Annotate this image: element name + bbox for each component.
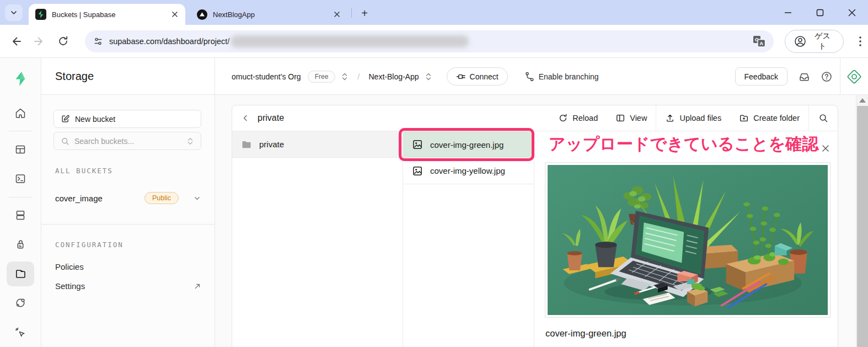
search-buckets-field[interactable] <box>53 132 201 150</box>
tab-title: NextBlogApp <box>213 10 332 19</box>
storage-folder-icon <box>14 268 26 280</box>
connect-button[interactable]: Connect <box>447 67 508 86</box>
policies-label: Policies <box>55 262 84 271</box>
inbox-icon[interactable] <box>799 71 810 82</box>
sidebar-divider <box>41 224 215 225</box>
nav-home[interactable] <box>7 100 34 125</box>
explorer-toolbar: private Reload View Uplo <box>232 105 838 131</box>
reload-label: Reload <box>572 114 598 122</box>
window-close-button[interactable] <box>836 0 868 25</box>
search-buckets-input[interactable] <box>74 137 181 146</box>
site-settings-icon[interactable] <box>93 36 104 47</box>
plug-icon <box>456 72 466 81</box>
table-icon <box>14 143 26 156</box>
all-buckets-heading: ALL BUCKETS <box>55 167 113 175</box>
bucket-visibility-badge: Public <box>144 192 179 204</box>
browser-profile-button[interactable]: ゲスト <box>785 30 844 53</box>
window-minimize-button[interactable] <box>772 0 804 25</box>
new-tab-button[interactable]: + <box>357 6 372 20</box>
search-files-button[interactable] <box>809 105 838 131</box>
explorer-card: private Reload View Uplo <box>232 105 838 347</box>
lock-icon <box>14 238 26 250</box>
header-actions: Feedback <box>735 58 840 95</box>
browser-menu-button[interactable] <box>853 32 868 51</box>
org-plan-badge: Free <box>308 71 336 83</box>
configuration-heading: CONFIGURATION <box>55 241 124 249</box>
bucket-item-cover-image[interactable]: cover_image Public <box>55 190 201 206</box>
browser-window: Buckets | Supabase NextBlogApp + <box>0 0 868 347</box>
external-link-icon <box>194 282 201 290</box>
expand-icon <box>186 137 194 146</box>
nav-sql-editor[interactable] <box>7 166 34 191</box>
rail-divider <box>9 197 32 197</box>
svg-text:A: A <box>759 40 763 46</box>
account-avatar[interactable] <box>840 58 868 95</box>
folder-row-private[interactable]: private <box>232 131 403 158</box>
file-row-cover-img-yellow[interactable]: cover-img-yellow.jpg <box>403 158 534 184</box>
upload-files-label: Upload files <box>679 114 721 122</box>
storage-sidebar: New bucket ALL BUCKETS cover_image Publi… <box>41 95 215 347</box>
chevron-down-icon <box>10 9 18 17</box>
tab-supabase[interactable]: Buckets | Supabase <box>29 4 185 25</box>
folder-icon <box>241 139 252 150</box>
preview-close-icon[interactable] <box>819 142 832 155</box>
reload-button[interactable]: Reload <box>549 105 607 131</box>
upload-files-button[interactable]: Upload files <box>656 105 730 131</box>
nav-realtime[interactable] <box>7 291 34 316</box>
tab-close-icon[interactable] <box>170 9 180 19</box>
breadcrumb-separator: / <box>357 72 360 81</box>
new-bucket-button[interactable]: New bucket <box>53 110 201 128</box>
file-name: cover-img-yellow.jpg <box>430 166 505 175</box>
home-icon <box>14 107 26 119</box>
terminal-icon <box>14 173 26 185</box>
bucket-menu-icon[interactable] <box>193 194 201 202</box>
enable-branching-button[interactable]: Enable branching <box>524 71 599 82</box>
address-bar[interactable]: supabase.com/dashboard/project/ GA <box>85 30 774 52</box>
translate-icon[interactable]: GA <box>753 35 766 47</box>
view-label: View <box>630 114 647 122</box>
sidebar-item-settings[interactable]: Settings <box>55 281 201 291</box>
image-file-icon <box>412 166 423 177</box>
help-icon[interactable] <box>821 71 832 82</box>
browser-toolbar: supabase.com/dashboard/project/ GA ゲスト <box>0 25 868 58</box>
nav-database[interactable] <box>7 203 34 228</box>
forward-button[interactable] <box>30 32 49 51</box>
settings-label: Settings <box>55 281 85 291</box>
connect-label: Connect <box>470 72 499 81</box>
nav-advisors[interactable] <box>7 320 34 345</box>
page-title: Storage <box>55 70 94 83</box>
nav-authentication[interactable] <box>7 232 34 257</box>
explorer-column-private: cover-img-green.jpg cover-img-yellow.jpg <box>403 131 534 347</box>
file-row-cover-img-green[interactable]: cover-img-green.jpg <box>403 131 534 158</box>
scrollbar-thumb[interactable] <box>857 106 868 347</box>
org-switcher-icon[interactable] <box>341 72 349 81</box>
project-name[interactable]: Next-Blog-App <box>368 72 419 81</box>
tab-separator <box>351 8 352 18</box>
url-redacted-blur <box>231 35 469 47</box>
file-preview-image[interactable] <box>545 162 831 318</box>
supabase-favicon <box>35 9 46 20</box>
tab-close-icon[interactable] <box>332 9 342 19</box>
org-name[interactable]: omuct-student's Org <box>232 72 301 81</box>
page-scrollbar[interactable] <box>856 95 868 347</box>
view-button[interactable]: View <box>607 105 656 131</box>
path-back-icon[interactable] <box>241 113 250 123</box>
project-switcher-icon[interactable] <box>425 72 432 81</box>
reload-page-button[interactable] <box>54 32 73 51</box>
create-folder-button[interactable]: Create folder <box>730 105 808 131</box>
search-icon <box>61 137 69 146</box>
folder-plus-icon <box>739 113 749 123</box>
sidebar-item-policies[interactable]: Policies <box>55 262 201 271</box>
window-maximize-button[interactable] <box>804 0 836 25</box>
back-button[interactable] <box>7 32 25 51</box>
tab-nextblogapp[interactable]: NextBlogApp <box>190 4 347 25</box>
nav-storage[interactable] <box>7 261 34 286</box>
feedback-button[interactable]: Feedback <box>735 67 787 86</box>
create-folder-label: Create folder <box>753 114 800 122</box>
tab-search-button[interactable] <box>5 4 23 21</box>
supabase-logo[interactable] <box>9 68 31 89</box>
nav-table-editor[interactable] <box>7 137 34 162</box>
storage-explorer: private Reload View Uplo <box>215 95 868 347</box>
realtime-icon <box>14 297 26 309</box>
scroll-up-arrow-icon[interactable] <box>859 98 866 103</box>
